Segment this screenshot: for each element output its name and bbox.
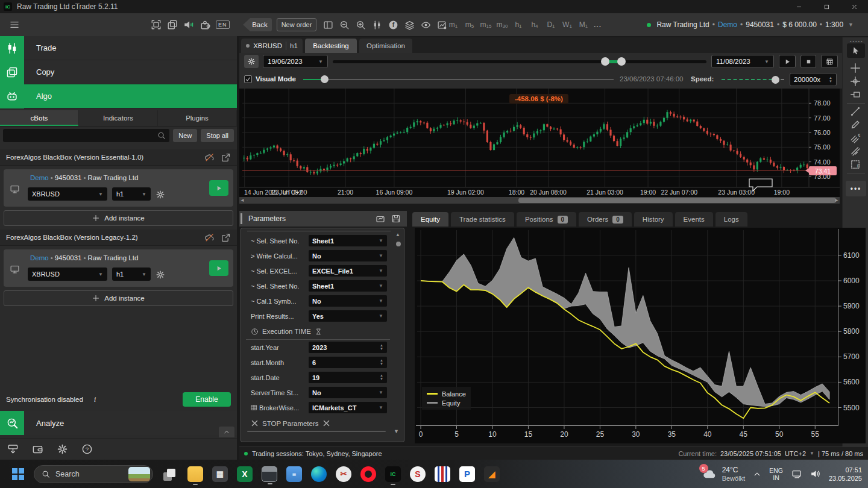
language-indicator[interactable]: ENGIN	[769, 467, 783, 481]
range-handle-left[interactable]	[601, 57, 609, 66]
start-cbot-button[interactable]	[209, 260, 228, 276]
fib-channel-icon[interactable]: €	[850, 133, 861, 143]
tab-events[interactable]: Events	[675, 212, 713, 227]
param-dropdown[interactable]: Sheet1▼	[309, 235, 387, 246]
tab-history[interactable]: History	[634, 212, 673, 227]
backtest-settings-button[interactable]	[244, 55, 259, 68]
menu-icon[interactable]	[8, 20, 20, 29]
taskbar-app-stats-app[interactable]	[435, 466, 450, 482]
sidebar-item-trade[interactable]: Trade	[0, 36, 237, 60]
tab-positions[interactable]: Positions0	[517, 212, 576, 227]
cloud-off-icon[interactable]	[204, 233, 215, 243]
params-scroll-down-icon[interactable]: ▼	[394, 428, 399, 434]
start-cbot-button[interactable]	[209, 180, 228, 196]
export-params-icon[interactable]	[376, 214, 385, 224]
settings-gear-icon[interactable]	[57, 443, 68, 455]
share-icon[interactable]	[221, 152, 231, 163]
windows-icon[interactable]	[167, 19, 178, 30]
language-badge[interactable]: EN	[216, 20, 230, 29]
scroll-thumb[interactable]	[518, 198, 836, 203]
tab-optimisation[interactable]: Optimisation	[359, 39, 412, 53]
timeframe-m1[interactable]: m1	[447, 20, 459, 29]
params-scroll-thumb[interactable]	[396, 242, 401, 246]
sidebar-tab-indicators[interactable]: Indicators	[79, 110, 158, 126]
gear-icon[interactable]	[156, 190, 165, 199]
tray-chevron-up-icon[interactable]	[753, 471, 761, 478]
sidebar-item-algo[interactable]: Algo	[0, 84, 237, 108]
chart-hscrollbar[interactable]: ◄ ►	[239, 197, 840, 204]
crosshair-icon[interactable]	[850, 63, 861, 74]
param-dropdown[interactable]: No▼	[309, 387, 387, 398]
sidebar-tab-plugins[interactable]: Plugins	[158, 110, 237, 126]
grid-pattern-icon[interactable]: F	[850, 159, 861, 170]
network-icon[interactable]	[791, 469, 802, 479]
sidebar-tab-cbots[interactable]: cBots	[0, 110, 79, 126]
collapse-sidebar-button[interactable]	[219, 427, 234, 437]
end-date-picker[interactable]: 11/08/2023▼	[711, 55, 774, 68]
stop-all-button[interactable]: Stop all	[201, 129, 234, 142]
layout-icon[interactable]	[323, 20, 333, 30]
tab-orders[interactable]: Orders0	[579, 212, 632, 227]
range-handle-right[interactable]	[617, 57, 626, 66]
timeframe-W1[interactable]: W1	[561, 20, 573, 29]
share-icon[interactable]	[221, 233, 231, 243]
new-cbot-button[interactable]: New	[173, 129, 197, 142]
start-date-picker[interactable]: 19/06/2023▼	[263, 55, 328, 68]
symbol-select[interactable]: XBRUSD▼	[28, 267, 107, 281]
plugin-icon[interactable]	[200, 19, 210, 30]
timezone[interactable]: UTC+2	[785, 450, 806, 457]
taskbar-app-notepad[interactable]: ≡	[286, 466, 302, 482]
param-stepper[interactable]: 2023▲▼	[309, 342, 387, 353]
save-params-icon[interactable]	[391, 214, 401, 224]
taskbar-app-excel[interactable]: X	[237, 466, 253, 482]
eye-icon[interactable]	[421, 20, 431, 30]
start-button[interactable]	[12, 468, 24, 480]
wallet-icon[interactable]	[32, 443, 43, 455]
report-button[interactable]	[821, 55, 838, 68]
tab-logs[interactable]: Logs	[715, 212, 747, 227]
timeframe-D1[interactable]: D1	[545, 20, 557, 29]
param-stepper[interactable]: 19▲▼	[309, 372, 387, 383]
tab-trade-statistics[interactable]: Trade statistics	[451, 212, 514, 227]
taskbar-app-snipping-tool[interactable]: ✂	[336, 466, 351, 482]
param-dropdown[interactable]: EXCEL_File1▼	[309, 265, 387, 277]
price-chart[interactable]: 78.0077.0076.0075.0074.0073.0014 Jun 202…	[239, 89, 840, 197]
sidebar-item-copy[interactable]: Copy	[0, 60, 237, 84]
timeframe-M1[interactable]: M1	[577, 20, 590, 29]
cloud-off-icon[interactable]	[204, 152, 215, 163]
scroll-left-icon[interactable]: ◄	[239, 197, 245, 204]
taskbar-app-file-explorer[interactable]	[187, 466, 203, 482]
layers-icon[interactable]	[404, 20, 415, 30]
equity-chart[interactable]: 6100600059005800570056005500051015202530…	[415, 228, 866, 443]
taskbar-app-ic-markets[interactable]: IC	[385, 466, 401, 482]
speed-slider[interactable]	[722, 79, 784, 80]
close-button[interactable]	[840, 0, 868, 13]
gear-icon[interactable]	[156, 270, 165, 280]
backtest-range-slider[interactable]	[333, 60, 706, 63]
info-icon[interactable]: i	[94, 395, 96, 404]
minimize-button[interactable]	[785, 0, 813, 13]
cbot-search-input[interactable]	[3, 129, 169, 142]
trendline-icon[interactable]	[850, 106, 861, 117]
taskbar-app-p-app[interactable]: P	[459, 466, 475, 482]
add-instance-button[interactable]: Add instance	[4, 290, 233, 306]
tab-backtesting[interactable]: Backtesting	[305, 39, 357, 53]
pointer-tool[interactable]	[847, 43, 865, 58]
speaker-icon[interactable]	[183, 19, 194, 30]
timeframe-m5[interactable]: m5	[464, 20, 476, 29]
visual-mode-checkbox[interactable]	[244, 75, 252, 83]
cbot-instance-card[interactable]: Demo•9450031•Raw Trading LtdXBRUSD▼h1▼	[4, 169, 233, 207]
taskbar-search[interactable]: Search	[34, 465, 153, 483]
timeframe-h1[interactable]: h1	[512, 20, 524, 29]
fullscreen-icon[interactable]	[151, 19, 162, 30]
param-stepper[interactable]: 6▲▼	[309, 357, 387, 368]
taskbar-app-calculator[interactable]: ▦	[212, 466, 228, 482]
deposit-icon[interactable]	[7, 443, 19, 455]
taskbar-app-edge[interactable]	[311, 466, 327, 482]
clock[interactable]: 07:5123.05.2025	[829, 466, 862, 483]
taskbar-app-task-view[interactable]	[163, 466, 178, 482]
speed-handle[interactable]	[772, 76, 779, 84]
candles-icon[interactable]	[372, 20, 382, 30]
timeframe-h4[interactable]: h4	[529, 20, 541, 29]
play-backtest-button[interactable]	[779, 55, 796, 68]
